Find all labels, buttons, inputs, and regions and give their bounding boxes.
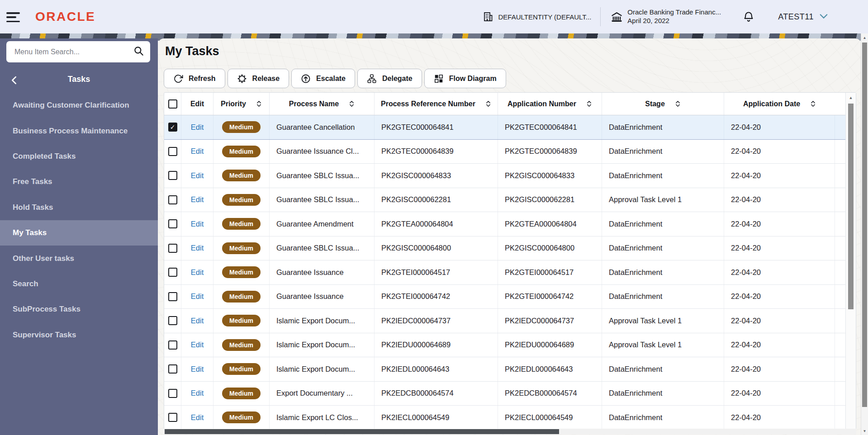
scroll-up-arrow-icon[interactable]: ▲ xyxy=(846,93,856,100)
application-date: 22-04-20 xyxy=(724,309,835,333)
row-checkbox[interactable] xyxy=(168,389,177,398)
sort-icon[interactable] xyxy=(349,100,355,107)
process-name: Guarantee SBLC Issua... xyxy=(270,236,375,260)
process-name: Export Documentary ... xyxy=(270,382,375,406)
sidebar-item-hold-tasks[interactable]: Hold Tasks xyxy=(0,195,158,220)
application-number: PK2GTEC000064839 xyxy=(498,140,602,164)
application-number: PK2GISC000064833 xyxy=(498,164,602,188)
process-reference-number: PK2GISC000062281 xyxy=(375,188,498,212)
priority-badge: Medium xyxy=(222,146,261,157)
page-scroll-down-arrow-icon[interactable]: ▼ xyxy=(861,429,868,433)
edit-link[interactable]: Edit xyxy=(191,413,204,422)
edit-link[interactable]: Edit xyxy=(191,340,204,349)
column-header-application-date[interactable]: Application Date xyxy=(724,93,835,115)
sort-icon[interactable] xyxy=(810,100,816,107)
priority-badge: Medium xyxy=(222,218,261,230)
page-vertical-scrollbar[interactable]: ▲ ▼ xyxy=(861,33,868,435)
edit-link[interactable]: Edit xyxy=(191,220,204,228)
back-chevron-icon[interactable] xyxy=(11,76,17,86)
application-date: 22-04-20 xyxy=(724,236,835,260)
edit-link[interactable]: Edit xyxy=(191,171,204,180)
process-reference-number: PK2GTEA000064804 xyxy=(375,212,498,236)
edit-link[interactable]: Edit xyxy=(191,244,204,252)
sidebar-item-free-tasks[interactable]: Free Tasks xyxy=(0,169,158,194)
search-input[interactable] xyxy=(14,48,133,56)
edit-link[interactable]: Edit xyxy=(191,317,204,325)
priority-badge: Medium xyxy=(222,266,261,278)
refresh-icon xyxy=(173,74,183,84)
sort-icon[interactable] xyxy=(485,100,491,107)
flow-diagram-button[interactable]: Flow Diagram xyxy=(424,69,506,88)
horizontal-scroll-thumb[interactable] xyxy=(165,429,559,434)
column-header-stage[interactable]: Stage xyxy=(602,93,724,115)
row-checkbox[interactable] xyxy=(168,268,177,277)
delegate-button[interactable]: Delegate xyxy=(357,69,422,88)
edit-link[interactable]: Edit xyxy=(191,292,204,301)
bell-icon[interactable] xyxy=(743,11,754,23)
edit-link[interactable]: Edit xyxy=(191,147,204,156)
sidebar-title: Tasks xyxy=(0,75,158,84)
priority-badge: Medium xyxy=(222,121,261,133)
flow-diagram-icon xyxy=(434,74,444,84)
table-scroll-thumb[interactable] xyxy=(848,104,854,309)
page-title: My Tasks xyxy=(165,44,219,58)
row-checkbox[interactable] xyxy=(168,244,177,253)
horizontal-scrollbar[interactable] xyxy=(164,429,856,435)
column-header-application-number[interactable]: Application Number xyxy=(498,93,602,115)
sidebar-item-awaiting-customer-clarification[interactable]: Awaiting Customer Clarification xyxy=(0,93,158,118)
menu-icon[interactable] xyxy=(6,12,20,22)
release-button[interactable]: Release xyxy=(228,69,289,88)
sort-icon[interactable] xyxy=(256,100,262,107)
row-checkbox[interactable] xyxy=(168,340,177,350)
row-checkbox[interactable] xyxy=(168,147,177,156)
edit-link[interactable]: Edit xyxy=(191,365,204,374)
edit-link[interactable]: Edit xyxy=(191,389,204,397)
page-scroll-up-arrow-icon[interactable]: ▲ xyxy=(861,33,868,40)
process-name: Guarantee Issuance Cl... xyxy=(270,140,375,164)
application-date: 22-04-20 xyxy=(724,333,835,357)
process-reference-number: PK2IEDC000064737 xyxy=(375,309,498,333)
entity-selector[interactable]: DEFAULTENTITY (DEFAULT... xyxy=(483,11,591,22)
sidebar-item-my-tasks[interactable]: My Tasks xyxy=(0,220,158,246)
sidebar-item-completed-tasks[interactable]: Completed Tasks xyxy=(0,144,158,169)
table-vertical-scrollbar[interactable]: ▲ xyxy=(845,93,856,429)
edit-link[interactable]: Edit xyxy=(191,123,204,132)
column-label: Priority xyxy=(221,100,246,108)
row-checkbox[interactable] xyxy=(168,219,177,228)
edit-link[interactable]: Edit xyxy=(191,268,204,277)
column-header-process-name[interactable]: Process Name xyxy=(270,93,375,115)
sort-icon[interactable] xyxy=(675,100,681,107)
page-scroll-thumb[interactable] xyxy=(862,43,867,407)
column-header-process-reference-number[interactable]: Process Reference Number xyxy=(375,93,498,115)
row-checkbox[interactable] xyxy=(168,171,177,180)
priority-badge: Medium xyxy=(222,411,261,423)
sort-icon[interactable] xyxy=(586,100,592,107)
application-number: PK2IEDU000064689 xyxy=(498,333,602,357)
row-checkbox[interactable] xyxy=(168,316,177,325)
building-icon xyxy=(483,11,493,22)
refresh-button[interactable]: Refresh xyxy=(164,69,225,88)
escalate-button[interactable]: Escalate xyxy=(291,69,355,88)
search-icon[interactable] xyxy=(133,45,145,59)
row-checkbox[interactable] xyxy=(168,364,177,374)
sidebar-item-search[interactable]: Search xyxy=(0,271,158,297)
row-checkbox[interactable] xyxy=(168,413,177,422)
row-checkbox[interactable]: ✓ xyxy=(168,123,177,132)
edit-link[interactable]: Edit xyxy=(191,195,204,204)
sidebar-item-supervisor-tasks[interactable]: Supervisor Tasks xyxy=(0,322,158,348)
sidebar-item-other-user-tasks[interactable]: Other User tasks xyxy=(0,246,158,271)
sidebar-item-business-process-maintenance[interactable]: Business Process Maintenance xyxy=(0,118,158,143)
column-label: Stage xyxy=(645,100,665,108)
oracle-logo: ORACLE xyxy=(35,9,95,24)
sidebar-item-subprocess-tasks[interactable]: SubProcess Tasks xyxy=(0,297,158,322)
select-all-checkbox[interactable] xyxy=(168,99,177,109)
row-checkbox[interactable] xyxy=(168,195,177,204)
row-checkbox[interactable] xyxy=(168,292,177,301)
stage: DataEnrichment xyxy=(602,260,724,284)
process-name: Guarantee Cancellation xyxy=(270,115,375,139)
user-menu[interactable]: ATEST11 xyxy=(778,12,828,22)
header-divider xyxy=(600,7,601,26)
application-number: PK2GTEI000064742 xyxy=(498,285,602,309)
column-header-priority[interactable]: Priority xyxy=(213,93,270,115)
branch-selector[interactable]: Oracle Banking Trade Financ... April 20,… xyxy=(611,8,721,25)
